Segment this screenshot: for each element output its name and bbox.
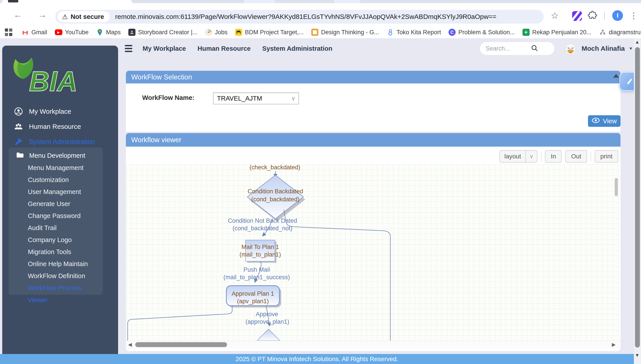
submenu-item-user-management[interactable]: User Management: [9, 186, 103, 198]
canvas-hscrollbar[interactable]: ◀ ▶: [126, 341, 620, 348]
bookmark-rekap[interactable]: Rekap Penjualan 20...: [522, 29, 591, 36]
page-scroll-thumb[interactable]: [635, 47, 640, 348]
extensions-puzzle-icon[interactable]: [587, 11, 597, 22]
workflow-name-select[interactable]: TRAVEL_AJTM ∨: [213, 92, 299, 104]
submenu-item-online-help-maintain[interactable]: Online Help Maintain: [9, 258, 103, 270]
browser-menu-icon[interactable]: ⋮: [629, 9, 638, 22]
edge-label: Push Mail: [244, 266, 270, 273]
address-bar[interactable]: ⚠ Not secure remote.minovais.com:61139/P…: [55, 10, 544, 24]
active-tab[interactable]: [2, 0, 132, 3]
hamburger-icon[interactable]: [125, 45, 132, 52]
app-topnav: My Workplace Human Resource System Admin…: [125, 40, 633, 58]
canvas-vscroll-thumb[interactable]: [615, 178, 618, 196]
submenu-item-customization[interactable]: Customization: [9, 174, 103, 186]
bookmark-bdm[interactable]: BDM Project Target,...: [235, 29, 304, 36]
edge-code: (cond_backdated_not): [233, 225, 293, 232]
workflow-viewer-body: layout ∨ In Out print: [126, 146, 620, 351]
bookmark-star-icon[interactable]: ☆: [549, 9, 561, 22]
submenu-item-generate-user[interactable]: Generate User: [9, 198, 103, 210]
layout-dropdown-icon[interactable]: ∨: [525, 151, 537, 162]
node-title: Approval Plan 1: [232, 290, 274, 297]
workflow-viewer-header: Workflow viewer: [126, 133, 620, 146]
submenu-header[interactable]: Menu Development: [16, 151, 85, 160]
edge-backdated-branch: [284, 210, 390, 341]
search-box[interactable]: [480, 42, 554, 55]
toolbar-divider: [604, 12, 605, 20]
scroll-up-icon[interactable]: ▲: [635, 39, 640, 45]
bookmark-gmail[interactable]: Gmail: [22, 29, 47, 36]
submenu-item-menu-management[interactable]: Menu Management: [9, 162, 103, 174]
clarity-icon: C: [449, 29, 456, 36]
bookmark-youtube[interactable]: ▶ YouTube: [55, 29, 89, 36]
submenu-item-workflow-definition[interactable]: WorkFlow Definition: [9, 270, 103, 282]
bookmark-problem-solution[interactable]: C Problem & Solution...: [449, 29, 515, 36]
viewer-toolbar: layout ∨ In Out print: [500, 150, 618, 163]
nav-my-workplace[interactable]: My Workplace: [143, 45, 186, 52]
jobs-icon: [205, 29, 212, 36]
sidebar-item-system-administration[interactable]: System Administration: [14, 136, 95, 148]
node-partial-decision[interactable]: [257, 329, 280, 341]
back-icon[interactable]: ←: [12, 8, 24, 21]
forward-icon[interactable]: →: [36, 8, 49, 21]
sidebar-item-my-workplace[interactable]: My Workplace: [14, 105, 71, 118]
print-button[interactable]: print: [595, 150, 618, 163]
nav-human-resource[interactable]: Human Resource: [197, 45, 251, 52]
folder-icon: [16, 152, 24, 160]
search-input[interactable]: [485, 45, 531, 52]
page-scrollbar[interactable]: ▲ ▼: [634, 38, 641, 364]
logo-text: BIA: [29, 66, 77, 96]
browser-profile-avatar[interactable]: I: [612, 10, 623, 21]
zoom-in-button[interactable]: In: [545, 150, 562, 163]
view-button[interactable]: View: [588, 115, 620, 127]
url-text[interactable]: remote.minovais.com:61139/Page/WorkFlowV…: [115, 13, 496, 20]
bookmark-maps[interactable]: Maps: [96, 29, 121, 36]
apps-grid-icon[interactable]: [5, 28, 12, 36]
not-secure-chip[interactable]: ⚠ Not secure: [58, 11, 110, 22]
wrench-icon: [14, 137, 23, 146]
workflow-name-label: WorkFlow Name:: [142, 94, 194, 102]
submenu-item-migration-tools[interactable]: Migration Tools: [9, 246, 103, 258]
submenu-item-change-password[interactable]: Change Password: [9, 210, 103, 222]
submenu-item-audit-trail[interactable]: Audit Trail: [9, 222, 103, 234]
hscroll-thumb[interactable]: [135, 342, 227, 347]
edge-code: (approve_plan1): [246, 318, 289, 325]
toolbar-divider: [591, 152, 591, 161]
layout-button[interactable]: layout ∨: [500, 150, 537, 163]
nav-system-administration[interactable]: System Administration: [262, 45, 332, 52]
tab-favicon: [8, 0, 18, 2]
workflow-canvas[interactable]: (check_backdated) Condition Backdated (c…: [126, 164, 619, 341]
user-name[interactable]: Moch Alinafia: [581, 45, 625, 52]
scroll-down-icon[interactable]: ▼: [635, 352, 640, 358]
node-code: (cond_backdated): [251, 196, 299, 203]
scroll-right-icon[interactable]: ▶: [612, 342, 616, 348]
extension-icon[interactable]: [572, 11, 582, 21]
bookmark-jobs[interactable]: Jobs: [205, 29, 228, 36]
workflow-viewer-title: Workflow viewer: [131, 136, 181, 144]
search-icon[interactable]: [531, 44, 538, 53]
eye-icon: [592, 118, 600, 125]
screen: ← → ↻ ⚠ Not secure remote.minovais.com:6…: [0, 0, 641, 364]
chevron-down-icon: ∨: [291, 95, 295, 102]
submenu-item-company-logo[interactable]: Company Logo: [9, 234, 103, 246]
storyboard-icon: [128, 29, 135, 36]
submenu-item-workflow-process-viewer[interactable]: WorkFlow Process Viewer: [9, 282, 103, 294]
collapse-panel-icon[interactable]: [613, 74, 619, 78]
bookmark-storyboard[interactable]: Storyboard Creator |...: [128, 29, 198, 36]
user-avatar[interactable]: [564, 42, 577, 55]
zoom-out-button[interactable]: Out: [565, 150, 587, 163]
footer: 2025 © PT Minova Infotech Solutions. All…: [0, 354, 634, 364]
bookmark-diagramstruktur[interactable]: diagramstruktur.dra...: [599, 29, 641, 36]
security-label: Not secure: [71, 13, 104, 20]
node-mail-to-plan1[interactable]: [246, 240, 275, 261]
edge-label: Approve: [256, 311, 278, 318]
toko-kita-icon: [387, 29, 394, 36]
user-caret-icon[interactable]: ▼: [629, 46, 633, 51]
user-circle-icon: [14, 107, 23, 116]
bookmark-design-thinking[interactable]: Design Thinking - G...: [311, 29, 379, 36]
bookmark-toko-kita[interactable]: Toko Kita Report: [387, 29, 441, 36]
scroll-left-icon[interactable]: ◀: [128, 342, 132, 348]
sidebar-item-human-resource[interactable]: Human Resource: [14, 120, 81, 133]
sheets-icon: [522, 29, 530, 36]
workflow-selection-title: WorkFlow Selection: [131, 73, 192, 81]
node-title: Condition Backdated: [248, 188, 303, 195]
